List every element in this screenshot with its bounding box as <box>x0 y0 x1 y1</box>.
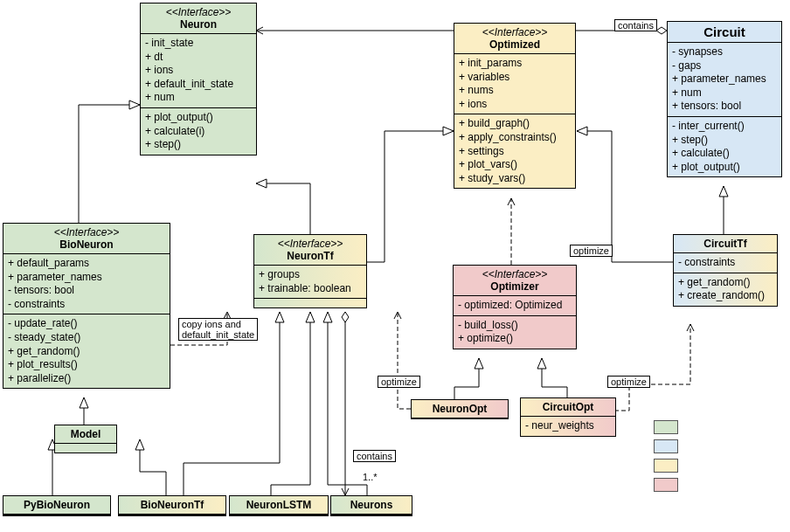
class-optimizer: <<Interface>> Optimizer - optimized: Opt… <box>453 265 577 349</box>
class-model: Model <box>54 425 117 453</box>
neuron-name: Neuron <box>145 18 252 31</box>
label-copy-ions: copy ions and default_init_state <box>178 318 258 341</box>
optimizer-name: Optimizer <box>458 280 572 293</box>
neuron-attrs: - init_state + dt + ions + default_init_… <box>141 34 256 108</box>
class-circuitopt: CircuitOpt - neur_weights <box>520 397 616 437</box>
neuronopt-name: NeuronOpt <box>416 403 503 415</box>
label-multiplicity: 1..* <box>363 472 378 482</box>
legend-green <box>654 420 678 434</box>
neurontf-stereo: <<Interface>> <box>259 238 362 250</box>
label-contains-neurons: contains <box>353 450 396 462</box>
class-circuittf: CircuitTf - constraints + get_random() +… <box>673 234 778 307</box>
class-pybioneuron: PyBioNeuron <box>3 495 111 516</box>
circuit-ops: - inter_current() + step() + calculate()… <box>668 117 781 176</box>
class-neuron: <<Interface>> Neuron - init_state + dt +… <box>140 3 257 155</box>
circuittf-attrs: - constraints <box>674 253 777 273</box>
bioneuron-name: BioNeuron <box>8 238 165 251</box>
bioneuron-stereo: <<Interface>> <box>8 226 165 238</box>
legend-blue <box>654 439 678 453</box>
label-optimize-2: optimize <box>378 376 420 388</box>
class-optimized: <<Interface>> Optimized + init_params + … <box>454 23 576 189</box>
circuitopt-attrs: - neur_weights <box>521 417 615 436</box>
optimized-ops: + build_graph() + apply_constraints() + … <box>454 114 575 188</box>
neuron-stereo: <<Interface>> <box>145 6 252 18</box>
label-optimize-1: optimize <box>570 245 613 257</box>
label-contains-circuit: contains <box>614 19 657 31</box>
optimizer-attrs: - optimized: Optimized <box>454 296 576 316</box>
neurontf-empty <box>254 299 366 307</box>
class-bioneurontf: BioNeuronTf <box>118 495 226 516</box>
optimized-attrs: + init_params + variables + nums + ions <box>454 54 575 114</box>
neurontf-attrs: + groups + trainable: boolean <box>254 266 366 299</box>
legend-pink <box>654 478 678 492</box>
class-neurontf: <<Interface>> NeuronTf + groups + traina… <box>253 234 367 308</box>
class-neuronopt: NeuronOpt <box>411 399 509 419</box>
circuit-attrs: - synapses - gaps + parameter_names + nu… <box>668 43 781 117</box>
circuittf-name: CircuitTf <box>678 238 773 250</box>
optimized-stereo: <<Interface>> <box>459 26 571 38</box>
optimizer-stereo: <<Interface>> <box>458 268 572 280</box>
circuittf-ops: + get_random() + create_random() <box>674 273 777 306</box>
circuitopt-name: CircuitOpt <box>525 401 611 413</box>
legend-cream <box>654 459 678 473</box>
bioneuron-ops: - update_rate() - steady_state() + get_r… <box>3 314 170 388</box>
optimizer-ops: - build_loss() + optimize() <box>454 316 576 349</box>
neuron-ops: + plot_output() + calculate(i) + step() <box>141 108 256 155</box>
circuit-name: Circuit <box>672 24 777 39</box>
class-circuit: Circuit - synapses - gaps + parameter_na… <box>667 21 782 177</box>
label-optimize-3: optimize <box>607 376 650 388</box>
class-neuronlstm: NeuronLSTM <box>229 495 329 516</box>
optimized-name: Optimized <box>459 38 571 51</box>
model-name: Model <box>59 428 112 440</box>
neurontf-name: NeuronTf <box>259 250 362 262</box>
bioneuron-attrs: + default_params + parameter_names - ten… <box>3 254 170 314</box>
model-empty <box>55 444 116 453</box>
class-bioneuron: <<Interface>> BioNeuron + default_params… <box>3 223 170 389</box>
class-neurons: Neurons <box>330 495 412 516</box>
